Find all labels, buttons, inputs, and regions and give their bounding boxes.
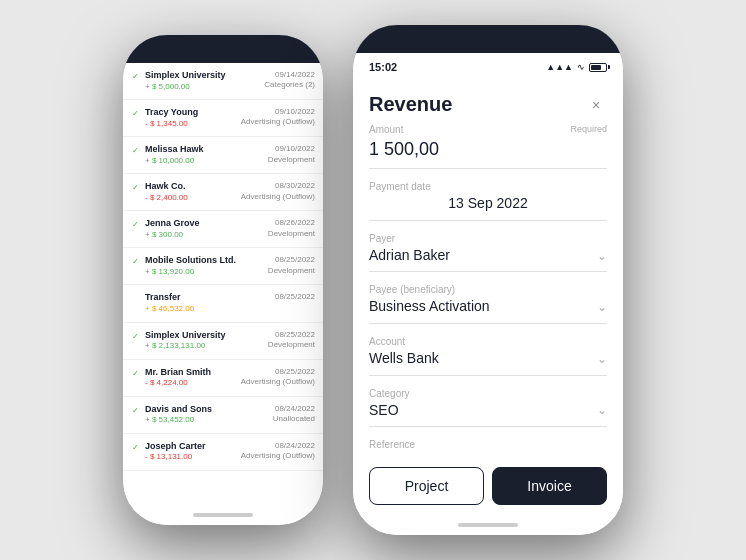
payee-value[interactable]: Business Activation bbox=[369, 297, 490, 317]
category-value[interactable]: SEO bbox=[369, 401, 399, 421]
tx-check-icon: ✓ bbox=[129, 441, 141, 452]
tx-right: 08/25/2022 Advertising (Outflow) bbox=[241, 367, 315, 388]
transaction-item[interactable]: ✓ Simplex University + $ 5,000.00 09/14/… bbox=[123, 63, 323, 100]
left-phone: ✓ Simplex University + $ 5,000.00 09/14/… bbox=[123, 35, 323, 525]
tx-category: Development bbox=[268, 155, 315, 165]
account-chevron-icon: ⌄ bbox=[597, 352, 607, 366]
form-title: Revenue bbox=[369, 93, 452, 116]
tx-right: 08/24/2022 Unallocated bbox=[273, 404, 315, 425]
tx-content: Mr. Brian Smith - $ 4,224.00 bbox=[145, 367, 237, 389]
tx-name: Jenna Grove bbox=[145, 218, 264, 230]
home-indicator bbox=[123, 505, 323, 525]
tx-content: Mobile Solutions Ltd. + $ 13,920.00 bbox=[145, 255, 264, 277]
close-button[interactable]: × bbox=[585, 94, 607, 116]
battery-icon bbox=[589, 63, 607, 72]
transaction-item[interactable]: ✓ Transfer + $ 46,532.00 08/25/2022 bbox=[123, 285, 323, 322]
tx-date: 09/10/2022 bbox=[268, 144, 315, 154]
transaction-item[interactable]: ✓ Davis and Sons + $ 53,452.00 08/24/202… bbox=[123, 397, 323, 434]
tx-amount: + $ 5,000.00 bbox=[145, 82, 260, 92]
status-icons: ▲▲▲ ∿ bbox=[546, 62, 607, 72]
tx-date: 08/26/2022 bbox=[268, 218, 315, 228]
right-phone: 15:02 ▲▲▲ ∿ Revenue × Amount 1 500,00 Re… bbox=[353, 25, 623, 535]
tx-right: 08/25/2022 Development bbox=[268, 255, 315, 276]
right-home-indicator bbox=[353, 515, 623, 535]
tx-date: 09/14/2022 bbox=[264, 70, 315, 80]
tx-category: Advertising (Outflow) bbox=[241, 451, 315, 461]
tx-right: 09/10/2022 Advertising (Outflow) bbox=[241, 107, 315, 128]
tx-content: Transfer + $ 46,532.00 bbox=[145, 292, 271, 314]
tx-check-icon: ✓ bbox=[129, 107, 141, 118]
tx-date: 08/25/2022 bbox=[268, 330, 315, 340]
account-field: Account Wells Bank ⌄ bbox=[369, 336, 607, 376]
transaction-item[interactable]: ✓ Melissa Hawk + $ 10,000.00 09/10/2022 … bbox=[123, 137, 323, 174]
tx-check-icon: ✓ bbox=[129, 218, 141, 229]
category-field: Category SEO ⌄ bbox=[369, 388, 607, 428]
tx-content: Joseph Carter - $ 13,131.00 bbox=[145, 441, 237, 463]
tx-name: Tracy Young bbox=[145, 107, 237, 119]
tx-check-icon: ✓ bbox=[129, 404, 141, 415]
tx-category: Advertising (Outflow) bbox=[241, 117, 315, 127]
tx-check-icon: ✓ bbox=[129, 255, 141, 266]
tx-category: Advertising (Outflow) bbox=[241, 192, 315, 202]
tx-amount: - $ 4,224.00 bbox=[145, 378, 237, 388]
payer-value[interactable]: Adrian Baker bbox=[369, 246, 450, 266]
transaction-list[interactable]: ✓ Simplex University + $ 5,000.00 09/14/… bbox=[123, 63, 323, 505]
tx-category: Unallocated bbox=[273, 414, 315, 424]
tx-content: Simplex University + $ 5,000.00 bbox=[145, 70, 260, 92]
transaction-item[interactable]: ✓ Hawk Co. - $ 2,400.00 08/30/2022 Adver… bbox=[123, 174, 323, 211]
category-chevron-icon: ⌄ bbox=[597, 403, 607, 417]
tx-content: Davis and Sons + $ 53,452.00 bbox=[145, 404, 269, 426]
transaction-item[interactable]: ✓ Mobile Solutions Ltd. + $ 13,920.00 08… bbox=[123, 248, 323, 285]
project-button[interactable]: Project bbox=[369, 467, 484, 505]
payee-chevron-icon: ⌄ bbox=[597, 300, 607, 314]
invoice-button[interactable]: Invoice bbox=[492, 467, 607, 505]
notch bbox=[183, 41, 263, 57]
right-notch bbox=[448, 31, 528, 47]
transaction-item[interactable]: ✓ Joseph Carter - $ 13,131.00 08/24/2022… bbox=[123, 434, 323, 471]
home-bar bbox=[193, 513, 253, 517]
tx-right: 08/25/2022 bbox=[275, 292, 315, 302]
tx-amount: + $ 53,452.00 bbox=[145, 415, 269, 425]
tx-name: Davis and Sons bbox=[145, 404, 269, 416]
tx-amount: + $ 10,000.00 bbox=[145, 156, 264, 166]
tx-date: 08/25/2022 bbox=[268, 255, 315, 265]
transaction-item[interactable]: ✓ Simplex University + $ 2,133,131.00 08… bbox=[123, 323, 323, 360]
tx-right: 09/10/2022 Development bbox=[268, 144, 315, 165]
transaction-item[interactable]: ✓ Tracy Young - $ 1,345.00 09/10/2022 Ad… bbox=[123, 100, 323, 137]
amount-value[interactable]: 1 500,00 bbox=[369, 137, 607, 162]
transaction-item[interactable]: ✓ Jenna Grove + $ 300.00 08/26/2022 Deve… bbox=[123, 211, 323, 248]
tx-name: Joseph Carter bbox=[145, 441, 237, 453]
tx-check-icon: ✓ bbox=[129, 292, 141, 303]
tx-category: Development bbox=[268, 229, 315, 239]
tx-name: Simplex University bbox=[145, 70, 260, 82]
wifi-icon: ∿ bbox=[577, 62, 585, 72]
required-label: Required bbox=[570, 124, 607, 134]
amount-field: Amount 1 500,00 Required bbox=[369, 124, 607, 169]
tx-right: 08/25/2022 Development bbox=[268, 330, 315, 351]
payee-field: Payee (beneficiary) Business Activation … bbox=[369, 284, 607, 324]
payment-date-value[interactable]: 13 Sep 2022 bbox=[369, 194, 607, 214]
tx-name: Simplex University bbox=[145, 330, 264, 342]
payment-date-label: Payment date bbox=[369, 181, 607, 192]
tx-name: Melissa Hawk bbox=[145, 144, 264, 156]
payer-field: Payer Adrian Baker ⌄ bbox=[369, 233, 607, 273]
tx-date: 08/30/2022 bbox=[241, 181, 315, 191]
tx-content: Melissa Hawk + $ 10,000.00 bbox=[145, 144, 264, 166]
reference-label: Reference bbox=[369, 439, 607, 450]
transaction-item[interactable]: ✓ Mr. Brian Smith - $ 4,224.00 08/25/202… bbox=[123, 360, 323, 397]
account-value[interactable]: Wells Bank bbox=[369, 349, 439, 369]
tx-date: 08/25/2022 bbox=[241, 367, 315, 377]
reference-value[interactable] bbox=[369, 452, 607, 457]
tx-category: Advertising (Outflow) bbox=[241, 377, 315, 387]
tx-content: Tracy Young - $ 1,345.00 bbox=[145, 107, 237, 129]
tx-name: Hawk Co. bbox=[145, 181, 237, 193]
tx-amount: - $ 2,400.00 bbox=[145, 193, 237, 203]
right-home-bar bbox=[458, 523, 518, 527]
tx-right: 08/24/2022 Advertising (Outflow) bbox=[241, 441, 315, 462]
account-label: Account bbox=[369, 336, 607, 347]
tx-name: Mobile Solutions Ltd. bbox=[145, 255, 264, 267]
tx-check-icon: ✓ bbox=[129, 330, 141, 341]
payer-label: Payer bbox=[369, 233, 607, 244]
tx-date: 09/10/2022 bbox=[241, 107, 315, 117]
form-header: Revenue × bbox=[353, 81, 623, 124]
